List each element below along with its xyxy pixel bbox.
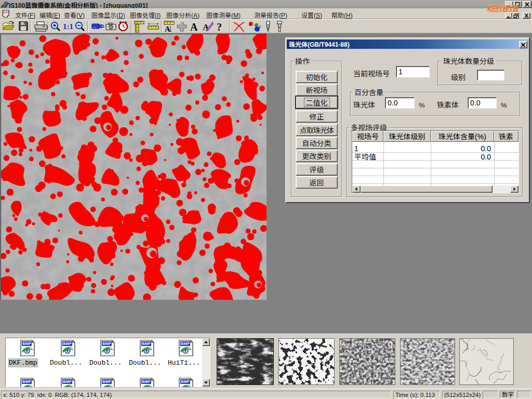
svg-text:1:1: 1:1 [63, 22, 73, 31]
svg-text:A: A [165, 25, 170, 33]
svg-text:A: A [190, 21, 198, 33]
svg-text:DOC: DOC [4, 11, 10, 14]
svg-text:3: 3 [259, 25, 261, 29]
svg-text:1: 1 [249, 22, 251, 26]
svg-text:?: ? [217, 21, 222, 33]
